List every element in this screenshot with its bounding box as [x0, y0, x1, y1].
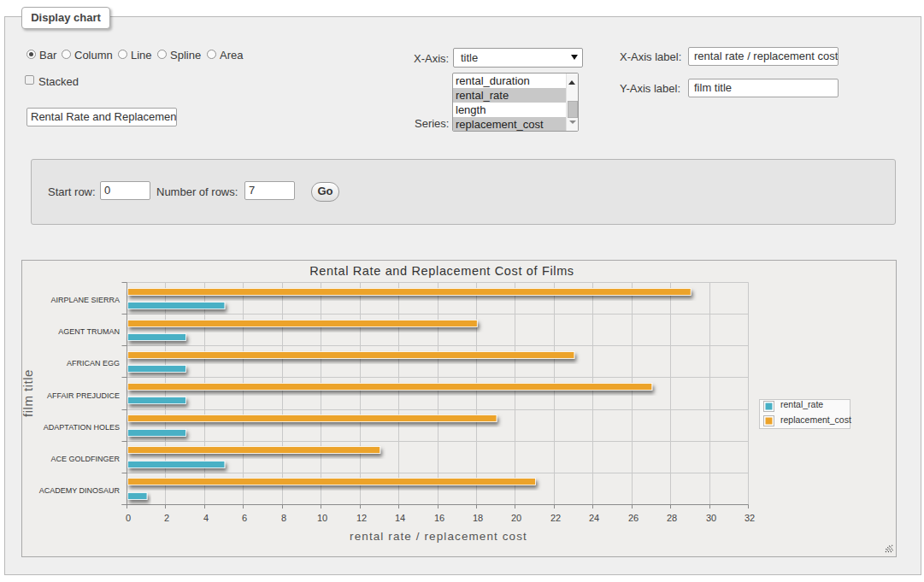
svg-text:6: 6: [242, 513, 247, 523]
svg-text:14: 14: [395, 513, 405, 523]
svg-text:24: 24: [589, 513, 599, 523]
svg-text:16: 16: [434, 513, 444, 523]
svg-text:Rental Rate and Replacement Co: Rental Rate and Replacement Cost of Film…: [309, 264, 574, 278]
svg-text:AFFAIR PREJUDICE: AFFAIR PREJUDICE: [47, 391, 120, 400]
svg-text:20: 20: [511, 513, 521, 523]
svg-text:26: 26: [628, 513, 639, 523]
svg-text:12: 12: [356, 513, 367, 523]
svg-text:28: 28: [667, 513, 677, 523]
svg-text:rental_rate: rental_rate: [780, 399, 823, 409]
svg-text:rental rate / replacement cost: rental rate / replacement cost: [350, 530, 527, 543]
svg-text:0: 0: [126, 513, 131, 523]
svg-text:AFRICAN EGG: AFRICAN EGG: [67, 359, 120, 367]
svg-text:replacement_cost: replacement_cost: [780, 414, 851, 425]
svg-text:film title: film title: [21, 369, 35, 417]
svg-text:ACADEMY DINOSAUR: ACADEMY DINOSAUR: [39, 486, 121, 495]
svg-text:2: 2: [164, 513, 169, 523]
svg-text:22: 22: [550, 513, 561, 523]
svg-text:AGENT TRUMAN: AGENT TRUMAN: [58, 327, 120, 336]
svg-text:30: 30: [706, 513, 716, 523]
svg-text:ACE GOLDFINGER: ACE GOLDFINGER: [50, 455, 120, 463]
svg-text:4: 4: [203, 513, 209, 523]
svg-text:32: 32: [744, 513, 755, 523]
svg-text:10: 10: [317, 513, 327, 523]
svg-text:AIRPLANE SIERRA: AIRPLANE SIERRA: [50, 296, 120, 304]
svg-text:8: 8: [281, 513, 286, 523]
svg-text:18: 18: [473, 513, 483, 523]
svg-text:ADAPTATION HOLES: ADAPTATION HOLES: [44, 423, 120, 432]
